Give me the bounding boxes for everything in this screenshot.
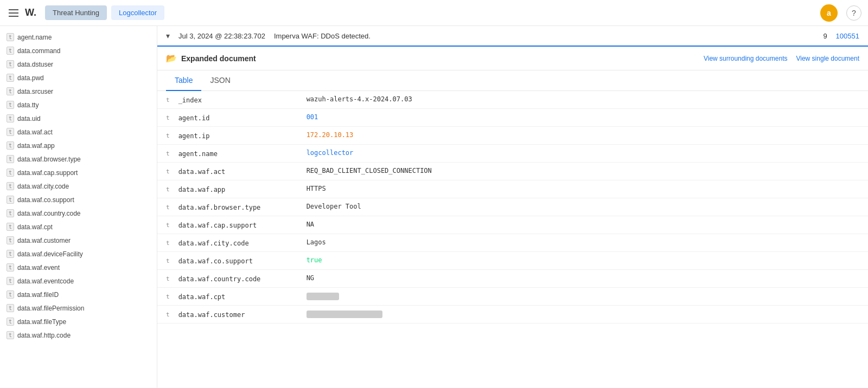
field-type-icon: t: [7, 196, 14, 204]
sidebar-item[interactable]: t data.waf.cap.support: [0, 166, 157, 179]
chevron-down-icon[interactable]: ▾: [166, 31, 170, 40]
sidebar-item[interactable]: t data.waf.eventcode: [0, 274, 157, 288]
field-type-icon: t: [7, 114, 14, 122]
field-type-icon: t: [7, 101, 14, 109]
field-type-icon: t: [7, 318, 14, 326]
field-type-icon: t: [166, 95, 170, 104]
sidebar-item[interactable]: t agent.name: [0, 30, 157, 44]
table-row: t data.waf.co.support true: [157, 252, 868, 270]
field-name: data.waf.act: [178, 167, 298, 176]
field-name: data.waf.co.support: [178, 256, 298, 265]
sidebar-item[interactable]: t data.waf.act: [0, 125, 157, 139]
sidebar-item[interactable]: t data.waf.deviceFacility: [0, 247, 157, 261]
field-type-icon: t: [166, 167, 170, 175]
sidebar-field-name: data.waf.co.support: [17, 196, 74, 204]
field-value[interactable]: true: [307, 256, 322, 264]
field-type-icon: t: [7, 128, 14, 136]
table-row: t data.waf.city.code Lagos: [157, 234, 868, 252]
table-row: t data.waf.cap.support NA: [157, 216, 868, 234]
view-surrounding-link[interactable]: View surrounding documents: [704, 55, 788, 62]
sidebar-field-name: data.waf.fileType: [17, 318, 66, 326]
field-type-icon: t: [7, 87, 14, 95]
field-name: data.waf.city.code: [178, 238, 298, 247]
sidebar-item[interactable]: t data.waf.country.code: [0, 206, 157, 220]
table-row: t data.waf.browser.type Developer Tool: [157, 198, 868, 216]
user-avatar[interactable]: a: [820, 4, 838, 22]
field-name: data.waf.country.code: [178, 274, 298, 283]
help-button[interactable]: ?: [846, 5, 861, 21]
field-value: NG: [307, 274, 314, 282]
sidebar-field-name: data.dstuser: [17, 61, 53, 68]
field-type-icon: t: [166, 149, 170, 157]
sidebar-field-name: data.tty: [17, 101, 39, 109]
sidebar-item[interactable]: t data.uid: [0, 112, 157, 125]
field-value[interactable]: 172.20.10.13: [307, 131, 354, 139]
sidebar-field-name: data.waf.filePermission: [17, 305, 84, 312]
sidebar-item[interactable]: t data.waf.event: [0, 261, 157, 274]
field-type-icon: t: [7, 47, 14, 55]
field-type-icon: t: [166, 292, 170, 300]
sidebar-item[interactable]: t data.waf.customer: [0, 234, 157, 247]
field-type-icon: t: [7, 74, 14, 82]
table-row: t agent.ip 172.20.10.13: [157, 127, 868, 145]
tab-logcollector[interactable]: Logcollector: [111, 5, 164, 20]
field-value: [307, 292, 339, 300]
sidebar-item[interactable]: t data.waf.cpt: [0, 220, 157, 234]
sidebar-item[interactable]: t data.command: [0, 44, 157, 57]
table-row: t data.waf.customer: [157, 306, 868, 324]
field-type-icon: t: [7, 209, 14, 217]
table-row: t data.waf.act REQ_BAD_CLIENT_CLOSED_CON…: [157, 163, 868, 180]
view-single-link[interactable]: View single document: [796, 55, 859, 62]
sidebar-item[interactable]: t data.tty: [0, 98, 157, 112]
sidebar-field-name: data.waf.cap.support: [17, 169, 78, 177]
sidebar-item[interactable]: t data.waf.app: [0, 139, 157, 152]
sidebar-item[interactable]: t data.waf.http.code: [0, 328, 157, 342]
sidebar-item[interactable]: t data.dstuser: [0, 57, 157, 71]
field-type-icon: t: [7, 182, 14, 190]
field-type-icon: t: [7, 236, 14, 244]
sidebar-item[interactable]: t data.waf.co.support: [0, 193, 157, 206]
sidebar-item[interactable]: t data.srcuser: [0, 85, 157, 98]
field-type-icon: t: [7, 60, 14, 68]
field-value: Developer Tool: [307, 203, 361, 210]
field-value: wazuh-alerts-4.x-2024.07.03: [307, 95, 412, 103]
sidebar-field-name: agent.name: [17, 34, 52, 41]
sidebar-item[interactable]: t data.waf.filePermission: [0, 301, 157, 315]
field-value: Lagos: [307, 238, 326, 246]
tab-threat-hunting[interactable]: Threat Hunting: [45, 5, 107, 20]
table-row: t agent.id 001: [157, 109, 868, 127]
field-value[interactable]: logcollector: [307, 149, 354, 157]
sidebar-item[interactable]: t data.pwd: [0, 71, 157, 85]
table-row: t data.waf.app HTTPS: [157, 180, 868, 198]
table-row: t agent.name logcollector: [157, 145, 868, 163]
field-type-icon: t: [166, 274, 170, 282]
sidebar-field-name: data.waf.event: [17, 264, 60, 271]
field-value[interactable]: 001: [307, 113, 318, 121]
field-type-icon: t: [7, 277, 14, 285]
field-type-icon: t: [166, 256, 170, 264]
field-name: data.waf.browser.type: [178, 203, 298, 211]
expanded-document-links: View surrounding documents View single d…: [704, 55, 859, 62]
sidebar-item[interactable]: t data.waf.browser.type: [0, 152, 157, 166]
field-type-icon: t: [166, 113, 170, 121]
hamburger-menu[interactable]: [7, 7, 21, 19]
main-layout: t agent.name t data.command t data.dstus…: [0, 26, 868, 388]
tab-table[interactable]: Table: [166, 70, 201, 91]
expanded-title-text: Expanded document: [181, 54, 256, 63]
app-logo: W.: [25, 7, 36, 18]
sidebar-item[interactable]: t data.waf.city.code: [0, 179, 157, 193]
sidebar-item[interactable]: t data.waf.fileType: [0, 315, 157, 328]
sidebar-field-name: data.pwd: [17, 74, 44, 82]
sidebar-field-name: data.waf.eventcode: [17, 277, 74, 285]
alert-timestamp: Jul 3, 2024 @ 22:38:23.702: [178, 32, 265, 40]
field-value: [307, 310, 382, 318]
field-name: agent.name: [178, 149, 298, 158]
field-type-icon: t: [7, 155, 14, 163]
field-type-icon: t: [7, 290, 14, 299]
sidebar-field-name: data.waf.app: [17, 142, 55, 150]
tab-json[interactable]: JSON: [201, 70, 239, 91]
tabs-bar: Table JSON: [157, 70, 868, 91]
alert-id-link[interactable]: 100551: [836, 32, 859, 40]
sidebar-item[interactable]: t data.waf.fileID: [0, 288, 157, 301]
field-type-icon: t: [7, 223, 14, 231]
